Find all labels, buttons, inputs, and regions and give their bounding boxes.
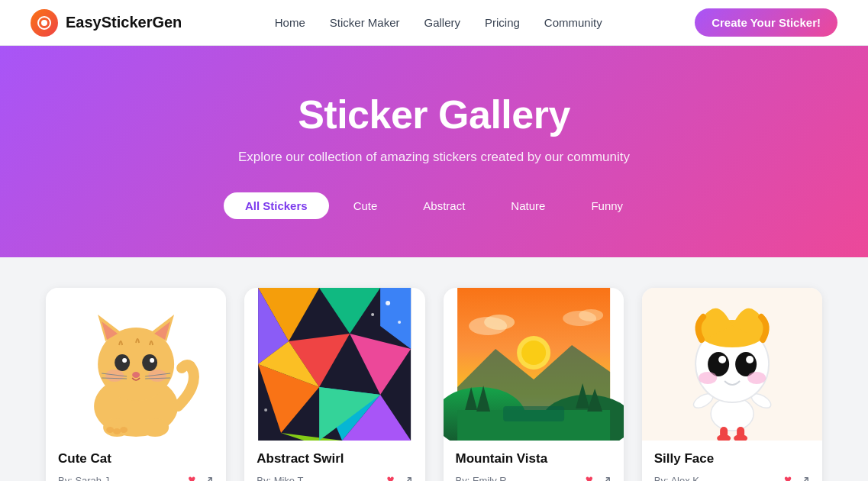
svg-rect-56: [503, 406, 564, 421]
heart-button-abstract[interactable]: ♥: [386, 473, 394, 481]
svg-point-20: [141, 418, 169, 437]
svg-point-1: [41, 20, 47, 26]
sticker-card-silly: Silly Face By: Alex K. ♥ ↗: [642, 288, 822, 481]
card-author-cute-cat: By: Sarah J.: [58, 475, 112, 481]
card-info-silly: Silly Face By: Alex K. ♥ ↗: [642, 441, 822, 481]
svg-point-40: [264, 408, 267, 412]
navbar: EasyStickerGen Home Sticker Maker Galler…: [0, 0, 868, 46]
svg-point-11: [150, 358, 154, 363]
svg-point-66: [746, 356, 753, 363]
nav-gallery[interactable]: Gallery: [424, 16, 460, 29]
sticker-card-cute-cat: Cute Cat By: Sarah J. ♥ ↗: [46, 288, 226, 481]
card-author-mountain: By: Emily R.: [456, 475, 510, 481]
card-title-silly: Silly Face: [654, 451, 810, 466]
card-title-mountain: Mountain Vista: [456, 451, 611, 466]
filter-nature[interactable]: Nature: [489, 192, 566, 219]
svg-point-38: [371, 313, 374, 316]
svg-point-39: [398, 321, 401, 324]
card-image-abstract: [244, 288, 424, 441]
svg-point-10: [122, 358, 127, 363]
card-image-cute-cat: [46, 288, 226, 441]
hero-subtitle: Explore our collection of amazing sticke…: [31, 150, 837, 165]
svg-point-12: [132, 372, 140, 378]
svg-point-43: [521, 341, 546, 365]
filter-cute[interactable]: Cute: [332, 192, 399, 219]
card-title-cute-cat: Cute Cat: [58, 451, 214, 466]
svg-point-37: [386, 301, 390, 305]
card-actions-mountain: ♥ ↗: [586, 473, 611, 481]
card-actions-cute-cat: ♥ ↗: [188, 473, 214, 481]
svg-point-68: [747, 372, 766, 384]
hero-section: Sticker Gallery Explore our collection o…: [0, 46, 868, 257]
share-button-cute-cat[interactable]: ↗: [203, 473, 214, 481]
svg-point-9: [142, 354, 157, 371]
card-footer-cute-cat: By: Sarah J. ♥ ↗: [58, 473, 214, 481]
filter-funny[interactable]: Funny: [570, 192, 644, 219]
card-info-abstract: Abstract Swirl By: Mike T. ♥ ↗: [244, 441, 424, 481]
heart-button-silly[interactable]: ♥: [784, 473, 792, 481]
filter-all[interactable]: All Stickers: [224, 192, 329, 219]
logo-icon: [31, 9, 58, 37]
heart-button-mountain[interactable]: ♥: [586, 473, 593, 481]
card-info-cute-cat: Cute Cat By: Sarah J. ♥ ↗: [46, 441, 226, 481]
card-footer-mountain: By: Emily R. ♥ ↗: [456, 473, 611, 481]
sticker-card-mountain: Mountain Vista By: Emily R. ♥ ↗: [444, 288, 624, 481]
nav-sticker-maker[interactable]: Sticker Maker: [330, 16, 400, 29]
card-author-abstract: By: Mike T.: [257, 475, 305, 481]
svg-point-23: [120, 427, 127, 433]
gallery-grid: Cute Cat By: Sarah J. ♥ ↗: [46, 288, 822, 481]
heart-button-cute-cat[interactable]: ♥: [188, 473, 195, 481]
card-footer-silly: By: Alex K. ♥ ↗: [654, 473, 810, 481]
create-sticker-button[interactable]: Create Your Sticker!: [695, 8, 837, 37]
svg-point-67: [699, 372, 717, 384]
logo-area[interactable]: EasyStickerGen: [31, 9, 182, 37]
card-footer-abstract: By: Mike T. ♥ ↗: [257, 473, 412, 481]
svg-point-8: [115, 354, 130, 371]
card-actions-abstract: ♥ ↗: [386, 473, 412, 481]
svg-point-22: [113, 428, 121, 434]
nav-pricing[interactable]: Pricing: [485, 16, 520, 29]
svg-point-21: [106, 427, 114, 433]
share-button-abstract[interactable]: ↗: [402, 473, 413, 481]
card-actions-silly: ♥ ↗: [784, 473, 810, 481]
nav-home[interactable]: Home: [275, 16, 305, 29]
hero-title: Sticker Gallery: [31, 92, 837, 137]
card-title-abstract: Abstract Swirl: [257, 451, 412, 466]
card-image-silly: [642, 288, 822, 441]
nav-links: Home Sticker Maker Gallery Pricing Commu…: [275, 16, 602, 29]
svg-point-45: [484, 315, 515, 330]
logo-text: EasyStickerGen: [66, 14, 182, 31]
sticker-card-abstract: Abstract Swirl By: Mike T. ♥ ↗: [244, 288, 424, 481]
svg-point-65: [718, 356, 726, 363]
card-info-mountain: Mountain Vista By: Emily R. ♥ ↗: [444, 441, 624, 481]
filter-tabs: All Stickers Cute Abstract Nature Funny: [31, 192, 837, 219]
card-image-mountain: [444, 288, 624, 441]
card-author-silly: By: Alex K.: [654, 475, 702, 481]
svg-point-47: [579, 309, 603, 321]
filter-abstract[interactable]: Abstract: [402, 192, 486, 219]
share-button-silly[interactable]: ↗: [799, 473, 810, 481]
gallery-section: Cute Cat By: Sarah J. ♥ ↗: [0, 257, 868, 481]
nav-community[interactable]: Community: [544, 16, 602, 29]
share-button-mountain[interactable]: ↗: [601, 473, 611, 481]
